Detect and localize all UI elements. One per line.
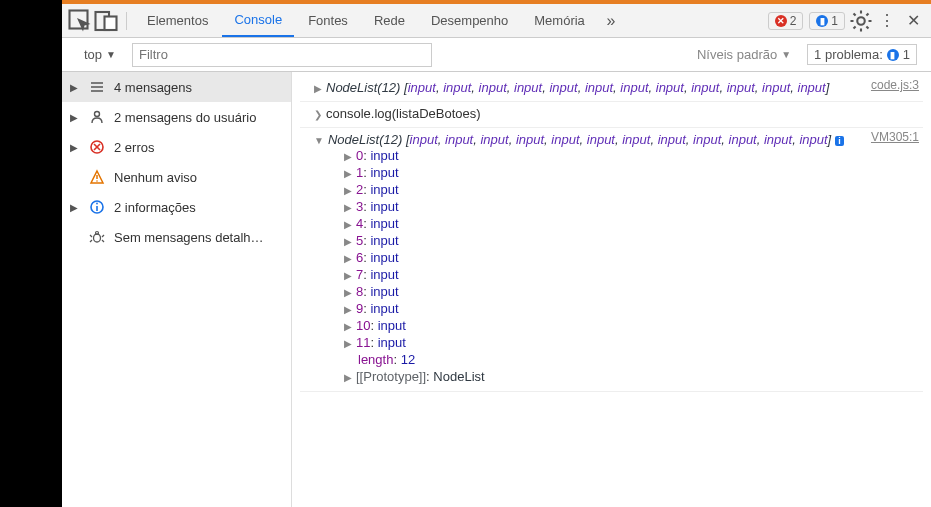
- property-row[interactable]: ▶1: input: [344, 164, 923, 181]
- svg-line-24: [90, 235, 92, 237]
- tab-network[interactable]: Rede: [362, 5, 417, 36]
- expand-arrow-icon[interactable]: ▶: [344, 168, 356, 179]
- expand-arrow-icon[interactable]: ▶: [344, 202, 356, 213]
- object-preview[interactable]: ▶NodeList(12) [input, input, input, inpu…: [300, 80, 923, 95]
- expand-arrow-icon[interactable]: ▶: [344, 287, 356, 298]
- property-row[interactable]: ▶10: input: [344, 317, 923, 334]
- property-row[interactable]: ▶11: input: [344, 334, 923, 351]
- tab-console[interactable]: Console: [222, 4, 294, 37]
- chevron-right-icon: ❯: [314, 109, 326, 120]
- body-area: ▶4 mensagens▶2 mensagens do usuário▶2 er…: [62, 72, 931, 507]
- expand-arrow-icon: ▶: [70, 202, 80, 213]
- property-row: length: 12: [344, 351, 923, 368]
- chevron-down-icon: ▼: [106, 49, 116, 60]
- sidebar-item-info[interactable]: ▶2 informações: [62, 192, 291, 222]
- warn-icon: [88, 168, 106, 186]
- error-icon: ✕: [775, 15, 787, 27]
- svg-point-28: [96, 232, 99, 235]
- console-output[interactable]: code.js:3▶NodeList(12) [input, input, in…: [292, 72, 931, 507]
- context-selector[interactable]: top▼: [84, 47, 116, 62]
- tab-sources[interactable]: Fontes: [296, 5, 360, 36]
- problems-count: 1: [903, 47, 910, 62]
- svg-point-22: [96, 203, 98, 205]
- inspect-icon[interactable]: [68, 9, 92, 33]
- property-row[interactable]: ▶5: input: [344, 232, 923, 249]
- sidebar-item-all[interactable]: ▶4 mensagens: [62, 72, 291, 102]
- info-icon: [88, 198, 106, 216]
- divider: [126, 12, 127, 30]
- filter-input[interactable]: [132, 43, 432, 67]
- top-tabs-bar: Elementos Console Fontes Rede Desempenho…: [62, 4, 931, 38]
- info-icon: ▮: [816, 15, 828, 27]
- context-label: top: [84, 47, 102, 62]
- svg-line-25: [102, 235, 104, 237]
- settings-icon[interactable]: [849, 9, 873, 33]
- object-preview[interactable]: ▼NodeList(12) [input, input, input, inpu…: [300, 132, 923, 147]
- svg-point-19: [96, 180, 98, 182]
- sidebar-item-user[interactable]: ▶2 mensagens do usuário: [62, 102, 291, 132]
- expand-arrow-icon: ▶: [70, 82, 80, 93]
- expand-arrow-icon: ▶: [70, 112, 80, 123]
- sidebar-item-warnings[interactable]: Nenhum aviso: [62, 162, 291, 192]
- expand-arrow-icon: ▶: [70, 142, 80, 153]
- expand-arrow-icon[interactable]: ▶: [344, 338, 356, 349]
- errors-count: 2: [790, 14, 797, 28]
- console-toolbar: top▼ Níveis padrão▼ 1 problema: ▮ 1: [62, 38, 931, 72]
- expand-arrow-icon[interactable]: ▶: [344, 219, 356, 230]
- expand-arrow-icon[interactable]: ▶: [344, 270, 356, 281]
- info-icon: ▮: [887, 49, 899, 61]
- property-row[interactable]: ▶[[Prototype]]: NodeList: [344, 368, 923, 385]
- info-count: 1: [831, 14, 838, 28]
- sidebar-item-errors[interactable]: ▶2 erros: [62, 132, 291, 162]
- sidebar-item-label: 2 informações: [114, 200, 196, 215]
- err-icon: [88, 138, 106, 156]
- expand-arrow-icon[interactable]: ▶: [344, 321, 356, 332]
- device-mode-icon[interactable]: [94, 9, 118, 33]
- expand-arrow-icon[interactable]: ▶: [344, 372, 356, 383]
- devtools-panel: Elementos Console Fontes Rede Desempenho…: [62, 0, 931, 507]
- svg-point-14: [95, 112, 100, 117]
- sidebar-item-label: Sem mensagens detalh…: [114, 230, 264, 245]
- expand-arrow-icon[interactable]: ▶: [344, 304, 356, 315]
- property-row[interactable]: ▶8: input: [344, 283, 923, 300]
- svg-point-3: [857, 17, 865, 25]
- log-entry: VM305:1▼NodeList(12) [input, input, inpu…: [300, 128, 923, 392]
- bug-icon: [88, 228, 106, 246]
- tab-elements[interactable]: Elementos: [135, 5, 220, 36]
- property-row[interactable]: ▶9: input: [344, 300, 923, 317]
- property-row[interactable]: ▶0: input: [344, 147, 923, 164]
- expand-arrow-icon[interactable]: ▶: [344, 236, 356, 247]
- property-row[interactable]: ▶4: input: [344, 215, 923, 232]
- command-entry: ❯console.log(listaDeBotoes): [300, 102, 923, 128]
- source-link[interactable]: VM305:1: [871, 130, 919, 144]
- expand-arrow-icon[interactable]: ▶: [344, 185, 356, 196]
- more-tabs-icon[interactable]: »: [599, 9, 623, 33]
- expand-arrow-icon[interactable]: ▶: [344, 151, 356, 162]
- property-row[interactable]: ▶2: input: [344, 181, 923, 198]
- expand-arrow-icon[interactable]: ▼: [314, 135, 328, 146]
- sidebar-item-label: Nenhum aviso: [114, 170, 197, 185]
- levels-dropdown[interactable]: Níveis padrão▼: [697, 47, 791, 62]
- object-properties: ▶0: input▶1: input▶2: input▶3: input▶4: …: [300, 147, 923, 385]
- tab-performance[interactable]: Desempenho: [419, 5, 520, 36]
- problems-label: 1 problema:: [814, 47, 883, 62]
- tab-memory[interactable]: Memória: [522, 5, 597, 36]
- errors-badge[interactable]: ✕2: [768, 12, 804, 30]
- chevron-down-icon: ▼: [781, 49, 791, 60]
- property-row[interactable]: ▶6: input: [344, 249, 923, 266]
- sidebar-item-verbose[interactable]: Sem mensagens detalh…: [62, 222, 291, 252]
- kebab-icon[interactable]: ⋮: [875, 9, 899, 33]
- source-link[interactable]: code.js:3: [871, 78, 919, 92]
- svg-rect-2: [105, 16, 117, 30]
- property-row[interactable]: ▶7: input: [344, 266, 923, 283]
- svg-line-27: [102, 240, 104, 242]
- property-row[interactable]: ▶3: input: [344, 198, 923, 215]
- close-icon[interactable]: ✕: [901, 9, 925, 33]
- sidebar: ▶4 mensagens▶2 mensagens do usuário▶2 er…: [62, 72, 292, 507]
- info-badge[interactable]: ▮1: [809, 12, 845, 30]
- problems-button[interactable]: 1 problema: ▮ 1: [807, 44, 917, 65]
- expand-arrow-icon[interactable]: ▶: [314, 83, 326, 94]
- sidebar-item-label: 4 mensagens: [114, 80, 192, 95]
- list-icon: [88, 78, 106, 96]
- expand-arrow-icon[interactable]: ▶: [344, 253, 356, 264]
